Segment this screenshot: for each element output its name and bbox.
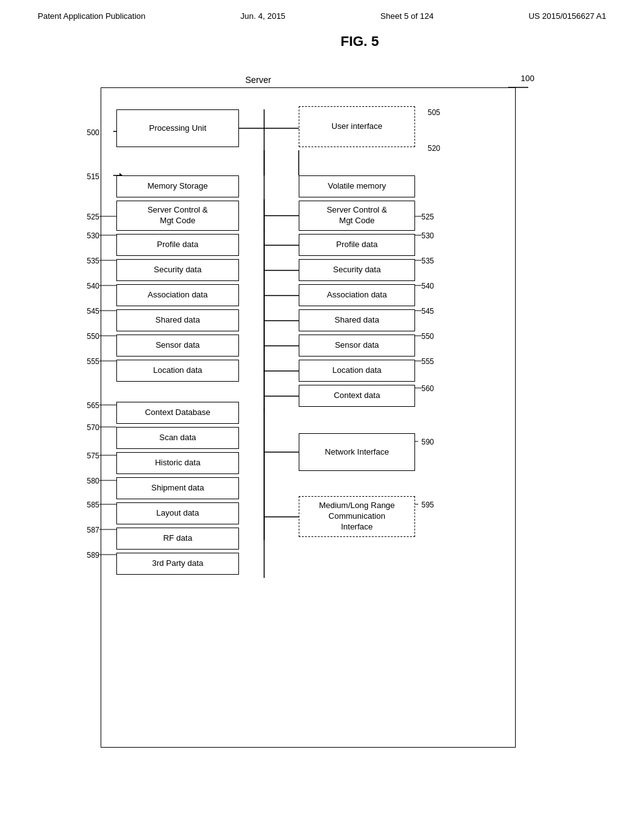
location-right-label: Location data (332, 365, 381, 376)
shared-left-label: Shared data (155, 315, 200, 326)
processing-unit-label: Processing Unit (149, 123, 206, 134)
historic-data-box: Historic data (116, 452, 239, 474)
security-right-box: Security data (299, 259, 415, 281)
svg-text:585: 585 (87, 501, 99, 509)
server-ctrl-left-label: Server Control & Mgt Code (147, 205, 208, 226)
volatile-memory-label: Volatile memory (328, 181, 386, 192)
server-ctrl-left-box: Server Control & Mgt Code (116, 201, 239, 231)
header-patent: US 2015/0156627 A1 (528, 11, 606, 21)
memory-storage-label: Memory Storage (147, 181, 208, 192)
mlr-interface-label: Medium/Long Range Communication Interfac… (319, 501, 395, 533)
assoc-left-box: Association data (116, 284, 239, 306)
assoc-right-box: Association data (299, 284, 415, 306)
memory-storage-box: Memory Storage (116, 175, 239, 197)
ref-100: 100 (521, 74, 535, 83)
rf-data-box: RF data (116, 528, 239, 550)
ref-505: 505 (428, 108, 440, 117)
volatile-memory-box: Volatile memory (299, 175, 415, 197)
profile-left-box: Profile data (116, 234, 239, 256)
context-right-label: Context data (334, 390, 380, 401)
ref-520: 520 (428, 144, 440, 153)
svg-text:570: 570 (87, 423, 99, 432)
context-db-label: Context Database (145, 407, 210, 418)
svg-text:575: 575 (87, 451, 99, 460)
network-interface-box: Network Interface (299, 433, 415, 471)
mlr-interface-box: Medium/Long Range Communication Interfac… (299, 496, 415, 537)
ref-500: 500 (87, 128, 99, 137)
shared-right-label: Shared data (335, 315, 379, 326)
server-ctrl-right-box: Server Control & Mgt Code (299, 201, 415, 231)
header-center: Jun. 4, 2015 (240, 11, 286, 21)
security-left-label: Security data (154, 265, 202, 275)
svg-text:587: 587 (87, 526, 99, 534)
shared-left-box: Shared data (116, 309, 239, 331)
shipment-data-box: Shipment data (116, 477, 239, 499)
rf-data-label: RF data (163, 533, 192, 544)
historic-data-label: Historic data (155, 458, 200, 468)
ref-515: 515 (87, 172, 99, 181)
svg-text:550: 550 (87, 332, 99, 341)
profile-left-label: Profile data (157, 240, 199, 250)
context-right-box: Context data (299, 385, 415, 407)
party-data-label: 3rd Party data (152, 558, 204, 569)
svg-text:535: 535 (87, 257, 99, 265)
party-data-box: 3rd Party data (116, 553, 239, 575)
header-left: Patent Application Publication (38, 11, 145, 21)
shared-right-box: Shared data (299, 309, 415, 331)
profile-right-box: Profile data (299, 234, 415, 256)
server-label: Server (245, 75, 271, 85)
svg-text:580: 580 (87, 477, 99, 485)
sensor-right-box: Sensor data (299, 335, 415, 357)
layout-data-box: Layout data (116, 502, 239, 524)
profile-right-label: Profile data (336, 240, 378, 250)
svg-text:545: 545 (87, 307, 99, 316)
location-right-box: Location data (299, 360, 415, 382)
assoc-left-label: Association data (148, 290, 208, 301)
svg-text:555: 555 (87, 357, 99, 366)
user-interface-box: User interface (299, 106, 415, 147)
svg-text:540: 540 (87, 282, 99, 290)
fig-title: FIG. 5 (75, 33, 644, 50)
server-ctrl-right-label: Server Control & Mgt Code (326, 205, 387, 226)
diagram-area: Server 100 500 Processing Unit User inte… (0, 69, 644, 779)
layout-data-label: Layout data (157, 508, 199, 519)
header-sheet: Sheet 5 of 124 (380, 11, 434, 21)
shipment-data-label: Shipment data (152, 483, 204, 494)
sensor-left-box: Sensor data (116, 335, 239, 357)
svg-text:530: 530 (87, 231, 99, 240)
scan-data-label: Scan data (159, 433, 196, 443)
location-left-label: Location data (153, 365, 202, 376)
sensor-left-label: Sensor data (155, 340, 199, 351)
user-interface-label: User interface (331, 121, 382, 132)
context-db-box: Context Database (116, 402, 239, 424)
svg-text:565: 565 (87, 401, 99, 410)
svg-text:589: 589 (87, 551, 99, 560)
page-header: Patent Application Publication Jun. 4, 2… (0, 0, 644, 27)
location-left-box: Location data (116, 360, 239, 382)
security-right-label: Security data (333, 265, 381, 275)
scan-data-box: Scan data (116, 427, 239, 449)
processing-unit-box: Processing Unit (116, 109, 239, 147)
assoc-right-label: Association data (327, 290, 387, 301)
svg-text:525: 525 (87, 213, 99, 221)
network-interface-label: Network Interface (325, 447, 389, 458)
sensor-right-label: Sensor data (335, 340, 379, 351)
security-left-box: Security data (116, 259, 239, 281)
